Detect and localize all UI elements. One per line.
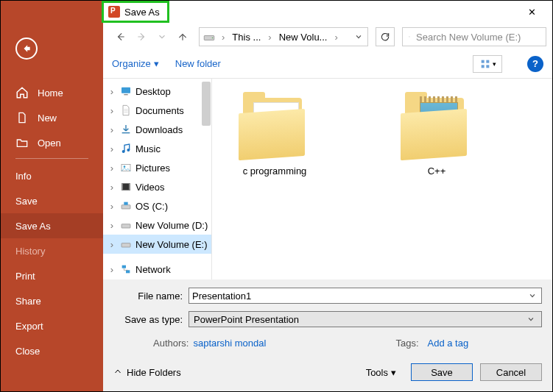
tree-vol-d[interactable]: › New Volume (D:): [103, 215, 211, 235]
close-button[interactable]: ✕: [517, 7, 546, 18]
svg-rect-19: [121, 243, 130, 247]
save-as-dialog: Save As ✕ › This ... › New Volu... ›: [103, 1, 552, 391]
expand-icon[interactable]: ›: [108, 124, 116, 135]
backstage-info[interactable]: Info: [1, 163, 103, 188]
file-pane[interactable]: c programming C++: [212, 79, 552, 279]
expand-icon[interactable]: ›: [108, 239, 116, 250]
tree-documents[interactable]: › Documents: [103, 101, 211, 120]
refresh-icon: [380, 32, 390, 42]
caret-down-icon: ▾: [391, 367, 396, 378]
arrow-left-icon: [116, 32, 126, 42]
titlebar: Save As ✕: [103, 1, 552, 24]
save-button[interactable]: Save: [411, 363, 473, 381]
backstage-new[interactable]: New: [1, 105, 103, 130]
expand-icon[interactable]: ›: [108, 86, 116, 97]
backstage-home-label: Home: [38, 88, 63, 99]
nav-forward[interactable]: [133, 28, 150, 46]
organize-menu[interactable]: Organize ▾: [112, 58, 159, 69]
nav-up[interactable]: [174, 28, 191, 46]
backstage-save-as[interactable]: Save As: [1, 213, 103, 238]
expand-icon[interactable]: ›: [108, 163, 116, 174]
drive-icon: [119, 199, 133, 213]
backstage-open-label: Open: [38, 138, 61, 149]
type-field[interactable]: PowerPoint Presentation: [189, 311, 542, 327]
folder-label: C++: [428, 165, 446, 177]
music-icon: [119, 142, 133, 155]
backstage-print[interactable]: Print: [1, 263, 103, 288]
backstage-share[interactable]: Share: [1, 288, 103, 313]
svg-rect-6: [486, 65, 489, 68]
tags-value[interactable]: Add a tag: [428, 338, 469, 349]
crumb-volume[interactable]: New Volu...: [278, 32, 329, 43]
arrow-right-icon: [136, 32, 147, 42]
powerpoint-icon: [108, 6, 120, 18]
filename-dropdown[interactable]: [526, 291, 538, 302]
backstage-home[interactable]: Home: [1, 80, 103, 105]
tree-pictures[interactable]: › Pictures: [103, 158, 211, 177]
expand-icon[interactable]: ›: [108, 220, 116, 231]
expand-icon[interactable]: ›: [108, 182, 116, 193]
tree-desktop[interactable]: › Desktop: [103, 82, 211, 101]
view-mode-button[interactable]: ▾: [473, 55, 502, 73]
explorer-body: › Desktop › Documents › Downloads › Musi…: [103, 79, 552, 279]
search-icon: [409, 32, 410, 42]
chevron-down-icon: [355, 33, 362, 40]
back-button[interactable]: [15, 38, 38, 60]
tree-videos[interactable]: › Videos: [103, 177, 211, 196]
authors-value[interactable]: saptarshi mondal: [193, 338, 266, 349]
tree-os-c[interactable]: › OS (C:): [103, 196, 211, 215]
open-folder-icon: [15, 136, 29, 149]
folder-cpp[interactable]: C++: [389, 92, 485, 266]
expand-icon[interactable]: ›: [108, 264, 116, 275]
nav-back[interactable]: [112, 28, 130, 46]
backstage-divider: [15, 158, 88, 159]
crumb-sep-icon: ›: [219, 32, 228, 43]
folder-c-programming[interactable]: c programming: [227, 92, 323, 266]
hide-folders-button[interactable]: Hide Folders: [113, 367, 181, 378]
expand-icon[interactable]: ›: [108, 143, 116, 154]
tree-vol-e[interactable]: › New Volume (E:): [103, 235, 211, 254]
svg-rect-15: [129, 183, 130, 190]
svg-rect-17: [124, 202, 127, 205]
address-bar[interactable]: › This ... › New Volu... ›: [199, 27, 368, 46]
backstage-history[interactable]: History: [1, 238, 103, 263]
backstage-save[interactable]: Save: [1, 188, 103, 213]
refresh-button[interactable]: [376, 27, 395, 46]
folder-icon: [239, 92, 311, 160]
expand-icon[interactable]: ›: [108, 105, 116, 116]
new-doc-icon: [15, 111, 29, 124]
backstage-close[interactable]: Close: [1, 338, 103, 363]
svg-point-10: [127, 149, 130, 152]
svg-rect-5: [481, 65, 484, 68]
documents-icon: [119, 104, 133, 117]
filename-input[interactable]: [192, 291, 526, 302]
tree-downloads[interactable]: › Downloads: [103, 120, 211, 139]
address-dropdown[interactable]: [353, 32, 364, 43]
type-dropdown[interactable]: [525, 314, 537, 325]
desktop-icon: [119, 85, 133, 98]
expand-icon[interactable]: ›: [108, 201, 116, 212]
search-box[interactable]: [402, 27, 546, 46]
svg-rect-3: [481, 60, 484, 63]
back-arrow-icon: [21, 43, 32, 54]
tags-label: Tags:: [395, 338, 418, 349]
folder-tree[interactable]: › Desktop › Documents › Downloads › Musi…: [103, 79, 212, 279]
tools-menu[interactable]: Tools ▾: [366, 367, 396, 378]
help-button[interactable]: ?: [527, 56, 543, 72]
crumb-sep-icon: ›: [265, 32, 274, 43]
backstage-open[interactable]: Open: [1, 130, 103, 155]
cancel-button[interactable]: Cancel: [480, 363, 542, 381]
search-input[interactable]: [416, 32, 540, 43]
crumb-this-pc[interactable]: This ...: [230, 32, 262, 43]
authors-label: Authors:: [153, 338, 189, 349]
tree-music[interactable]: › Music: [103, 139, 211, 158]
nav-recent[interactable]: [153, 28, 171, 46]
chevron-down-icon: [529, 292, 536, 299]
title-highlight: Save As: [102, 1, 169, 23]
new-folder-button[interactable]: New folder: [175, 58, 221, 69]
tree-network[interactable]: › Network: [103, 260, 211, 279]
filename-field[interactable]: [189, 288, 542, 304]
backstage-export[interactable]: Export: [1, 313, 103, 338]
type-label: Save as type:: [113, 314, 189, 325]
svg-rect-21: [126, 270, 130, 273]
